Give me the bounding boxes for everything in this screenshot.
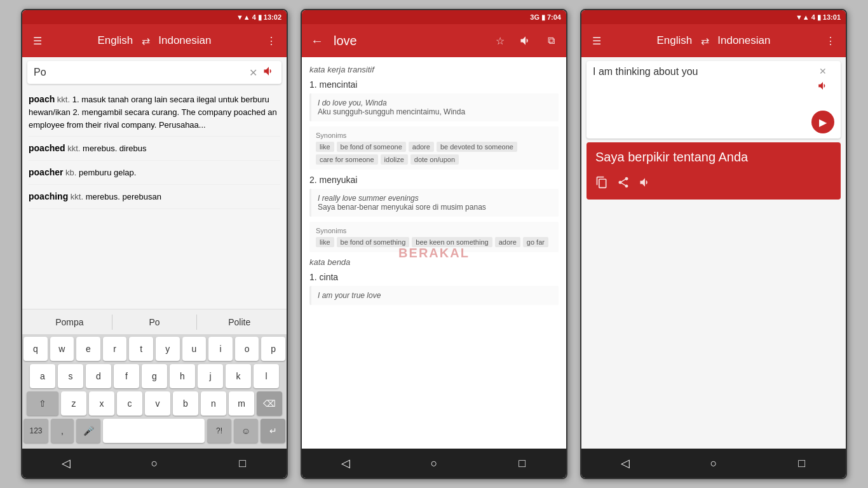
more-button-3[interactable]: ⋮ xyxy=(822,32,839,50)
speak-icon-1[interactable] xyxy=(262,65,275,80)
key-emoji[interactable]: ☺ xyxy=(234,419,258,443)
key-s[interactable]: s xyxy=(58,364,83,388)
dict-entry-poaching[interactable]: poaching kkt. merebus. perebusan xyxy=(29,185,280,209)
search-input-1[interactable] xyxy=(34,67,249,78)
back-button-2[interactable]: ← xyxy=(308,32,326,50)
syn-like-2[interactable]: like xyxy=(316,237,334,247)
syn-like-1[interactable]: like xyxy=(316,142,334,152)
key-y[interactable]: y xyxy=(156,337,180,361)
clear-icon-1[interactable]: ✕ xyxy=(249,67,257,79)
key-z[interactable]: z xyxy=(61,391,86,416)
suggestion-pompa[interactable]: Pompa xyxy=(27,315,112,330)
nav-back-1[interactable]: ◁ xyxy=(50,449,82,478)
speak-result-button[interactable] xyxy=(639,176,651,192)
trans-input-text[interactable]: I am thinking about you xyxy=(593,66,811,78)
nav-back-3[interactable]: ◁ xyxy=(609,449,641,478)
menu-button-3[interactable]: ☰ xyxy=(588,32,606,50)
copy-button[interactable]: ⧉ xyxy=(542,32,560,50)
speaker-button[interactable] xyxy=(517,32,534,50)
dict-entry-poacher[interactable]: poacher kb. pemburu gelap. xyxy=(29,161,280,185)
syn-adore-1[interactable]: adore xyxy=(409,142,434,152)
syn-fond-2[interactable]: be fond of something xyxy=(337,237,410,247)
lang-from-3[interactable]: English xyxy=(657,34,693,47)
key-k[interactable]: k xyxy=(226,364,251,388)
key-q[interactable]: q xyxy=(24,337,48,361)
nav-home-1[interactable]: ○ xyxy=(139,449,170,478)
example-noun-1: I am your true love xyxy=(309,286,559,305)
key-f[interactable]: f xyxy=(114,364,139,388)
syn-fond-1[interactable]: be fond of someone xyxy=(337,142,406,152)
key-delete[interactable]: ⌫ xyxy=(257,391,282,416)
suggestion-polite[interactable]: Polite xyxy=(197,315,281,330)
key-g[interactable]: g xyxy=(142,364,167,388)
dict-entry-poach[interactable]: poach kkt. 1. masuk tanah orang lain sec… xyxy=(29,88,280,137)
key-b[interactable]: b xyxy=(173,391,198,416)
syn-idolize-1[interactable]: idolize xyxy=(381,154,408,165)
suggestion-po[interactable]: Po xyxy=(112,315,197,330)
nav-back-2[interactable]: ◁ xyxy=(330,449,362,478)
key-enter[interactable]: ↵ xyxy=(261,419,285,443)
key-j[interactable]: j xyxy=(198,364,223,388)
dict-entry-poached[interactable]: poached kkt. merebus. direbus xyxy=(29,137,280,161)
key-h[interactable]: h xyxy=(170,364,195,388)
synonyms-1: Synonims like be fond of someone adore b… xyxy=(309,126,559,170)
nav-recent-3[interactable]: □ xyxy=(786,449,818,478)
trans-result-area: Saya berpikir tentang Anda xyxy=(587,142,841,200)
synonyms-2: Synonims like be fond of something bee k… xyxy=(309,222,559,252)
menu-button-1[interactable]: ☰ xyxy=(29,32,46,50)
pos-poaching: kkt. xyxy=(71,192,86,201)
nav-recent-2[interactable]: □ xyxy=(506,449,538,478)
key-o[interactable]: o xyxy=(235,337,259,361)
key-punctuation[interactable]: ?! xyxy=(207,419,231,443)
key-mic[interactable]: 🎤 xyxy=(76,419,100,443)
syn-keen-2[interactable]: bee keen on something xyxy=(412,237,492,247)
share-result-button[interactable] xyxy=(617,176,630,192)
syn-care-1[interactable]: care for someone xyxy=(316,154,378,165)
pos-poach: kkt. xyxy=(57,95,72,104)
nav-recent-1[interactable]: □ xyxy=(227,449,259,478)
key-d[interactable]: d xyxy=(86,364,111,388)
key-l[interactable]: l xyxy=(254,364,279,388)
key-x[interactable]: x xyxy=(89,391,114,416)
syn-devoted-1[interactable]: be devoted to someone xyxy=(437,142,517,152)
key-t[interactable]: t xyxy=(129,337,153,361)
key-comma[interactable]: , xyxy=(51,419,74,443)
key-e[interactable]: e xyxy=(76,337,100,361)
key-m[interactable]: m xyxy=(229,391,254,416)
syn-go-2[interactable]: go far xyxy=(523,237,548,247)
swap-button-3[interactable]: ⇄ xyxy=(696,32,714,50)
example-2-id: Saya benar-benar menyukai sore di musim … xyxy=(318,203,552,212)
speak-icon-3[interactable] xyxy=(817,80,829,94)
key-p[interactable]: p xyxy=(261,337,285,361)
copy-result-button[interactable] xyxy=(595,176,608,192)
key-shift[interactable]: ⇧ xyxy=(27,391,58,416)
lang-pair-3: English ⇄ Indonesian xyxy=(611,32,817,50)
example-noun-1-en: I am your true love xyxy=(318,291,552,300)
star-button[interactable]: ☆ xyxy=(491,32,509,50)
nav-home-2[interactable]: ○ xyxy=(418,449,450,478)
key-123[interactable]: 123 xyxy=(24,419,48,443)
lang-to-1[interactable]: Indonesian xyxy=(158,34,211,47)
send-button[interactable]: ▶ xyxy=(811,111,834,133)
lang-from-1[interactable]: English xyxy=(98,34,133,47)
key-n[interactable]: n xyxy=(201,391,226,416)
key-space[interactable] xyxy=(103,419,205,443)
key-u[interactable]: u xyxy=(182,337,207,361)
nav-home-3[interactable]: ○ xyxy=(698,449,729,478)
swap-button-1[interactable]: ⇄ xyxy=(137,32,154,50)
battery-icon-2: ▮ xyxy=(541,13,545,22)
key-c[interactable]: c xyxy=(117,391,142,416)
syn-dote-1[interactable]: dote on/upon xyxy=(410,154,459,165)
kb-row-1: q w e r t y u i o p xyxy=(24,337,285,361)
syn-tags-2: like be fond of something bee keen on so… xyxy=(316,237,552,247)
more-button-1[interactable]: ⋮ xyxy=(262,32,280,50)
key-r[interactable]: r xyxy=(103,337,127,361)
key-w[interactable]: w xyxy=(50,337,74,361)
syn-adore-2[interactable]: adore xyxy=(495,237,520,247)
lang-to-3[interactable]: Indonesian xyxy=(717,34,770,47)
clear-icon-3[interactable]: ✕ xyxy=(819,66,827,76)
key-a[interactable]: a xyxy=(30,364,55,388)
key-i[interactable]: i xyxy=(208,337,233,361)
love-title: love xyxy=(334,34,484,48)
key-v[interactable]: v xyxy=(145,391,170,416)
